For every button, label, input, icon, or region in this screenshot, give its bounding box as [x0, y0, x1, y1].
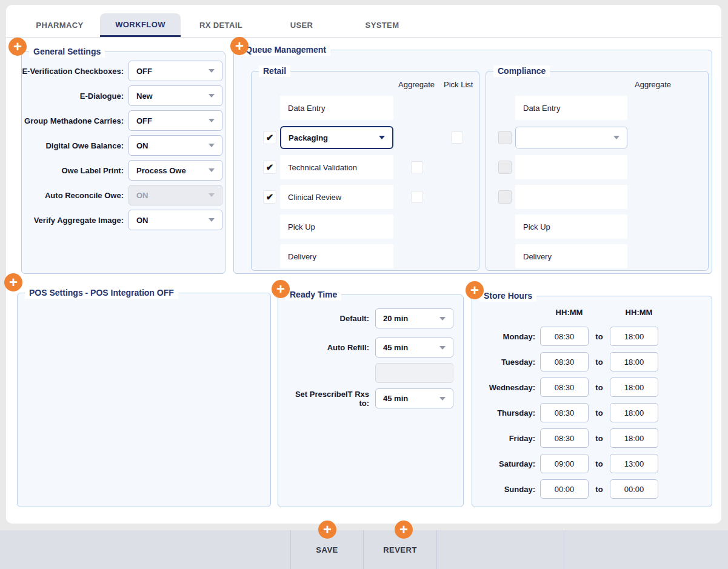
friday-open-input[interactable]	[540, 428, 589, 448]
to-label: to	[589, 408, 610, 418]
default-ready-time-select[interactable]: 20 min	[375, 308, 453, 328]
to-label: to	[589, 358, 610, 367]
prescribeit-ready-time-select[interactable]: 45 min	[375, 388, 453, 408]
store-hours-row-thursday: Thursday: to	[472, 403, 658, 422]
wednesday-label: Wednesday:	[472, 383, 540, 392]
queue-row-pick-up: Pick Up	[486, 215, 708, 239]
to-label: to	[589, 383, 610, 392]
chevron-down-icon	[209, 218, 215, 222]
add-pos-settings-button[interactable]	[4, 273, 22, 291]
digital-owe-balance-label: Digital Owe Balance:	[22, 141, 124, 150]
select-value: 20 min	[383, 314, 408, 323]
friday-close-input[interactable]	[610, 428, 658, 448]
setting-row: Verify Aggregate Image: ON	[22, 210, 225, 230]
queue-stage-box: Delivery	[280, 244, 393, 268]
compliance-queue-section: Compliance Aggregate Data Entry	[486, 71, 709, 271]
clinical-review-aggregate-checkbox[interactable]	[411, 191, 423, 203]
tab-bar: PHARMACY WORKFLOW RX DETAIL USER SYSTEM	[19, 13, 422, 37]
queue-row-data-entry: Data Entry	[486, 96, 708, 120]
verify-aggregate-image-label: Verify Aggregate Image:	[22, 216, 124, 225]
monday-close-input[interactable]	[610, 327, 658, 346]
add-general-settings-button[interactable]	[8, 38, 27, 56]
to-label: to	[589, 332, 610, 341]
save-add-button[interactable]	[318, 521, 336, 539]
chevron-down-icon	[613, 136, 619, 139]
pos-settings-title: POS Settings - POS Integration OFF	[25, 287, 178, 299]
chevron-down-icon	[209, 119, 215, 122]
auto-reconcile-owe-label: Auto Reconcile Owe:	[22, 191, 124, 200]
packaging-enabled-checkbox[interactable]	[263, 131, 276, 144]
saturday-close-input[interactable]	[610, 454, 658, 473]
tuesday-open-input[interactable]	[540, 352, 589, 371]
tab-user[interactable]: USER	[261, 13, 342, 37]
to-label: to	[589, 434, 610, 443]
queue-row-empty-select	[486, 125, 708, 150]
auto-refill-ready-time-select[interactable]: 45 min	[375, 338, 453, 358]
aggregate-column-header: Aggregate	[635, 80, 671, 89]
setting-row: Group Methadone Carries: OFF	[22, 110, 225, 131]
ready-time-section: Ready Time Default: 20 min Auto Refill: …	[278, 294, 464, 507]
auto-reconcile-owe-select: ON	[129, 185, 222, 205]
select-value: ON	[136, 216, 149, 225]
wednesday-close-input[interactable]	[610, 378, 658, 397]
verify-aggregate-image-select[interactable]: ON	[129, 210, 222, 230]
technical-validation-enabled-checkbox[interactable]	[263, 161, 276, 174]
footer-divider	[436, 530, 437, 569]
retail-queue-section: Retail Aggregate Pick List Data Entry Pa…	[251, 71, 479, 271]
tab-pharmacy[interactable]: PHARMACY	[19, 13, 100, 37]
store-hours-row-wednesday: Wednesday: to	[472, 378, 658, 397]
thursday-close-input[interactable]	[610, 403, 658, 422]
queue-row-data-entry: Data Entry	[252, 96, 479, 120]
queue-row-pick-up: Pick Up	[252, 215, 479, 239]
tuesday-close-input[interactable]	[610, 352, 658, 371]
thursday-open-input[interactable]	[540, 403, 589, 422]
footer-bar: SAVE REVERT	[0, 530, 728, 569]
packaging-pick-list-checkbox[interactable]	[451, 131, 463, 144]
compliance-queue-select[interactable]	[515, 127, 627, 148]
compliance-stage-checkbox	[498, 190, 512, 204]
e-dialogue-select[interactable]: New	[129, 85, 222, 106]
packaging-queue-select[interactable]: Packaging	[280, 126, 393, 149]
queue-stage-box	[515, 155, 627, 179]
tab-rx-detail[interactable]: RX DETAIL	[181, 13, 261, 37]
store-hours-row-saturday: Saturday: to	[472, 454, 658, 473]
group-methadone-carries-select[interactable]: OFF	[129, 110, 222, 131]
store-hours-row-tuesday: Tuesday: to	[472, 352, 658, 371]
ready-time-title: Ready Time	[286, 289, 341, 301]
queue-row-empty	[486, 155, 708, 179]
add-queue-management-button[interactable]	[230, 37, 249, 55]
technical-validation-aggregate-checkbox[interactable]	[411, 161, 423, 173]
general-settings-section: General Settings E-Verification Checkbox…	[21, 52, 225, 274]
setting-row: Owe Label Print: Process Owe	[22, 160, 225, 181]
e-verification-checkboxes-select[interactable]: OFF	[129, 61, 222, 81]
add-ready-time-button[interactable]	[272, 280, 290, 298]
ready-time-row: Set PrescribeIT Rxs to: 45 min	[286, 388, 453, 408]
queue-row-empty	[486, 185, 708, 209]
queue-management-section: Queue Management Retail Aggregate Pick L…	[233, 50, 712, 274]
chevron-down-icon	[209, 69, 215, 73]
select-value: ON	[136, 191, 149, 200]
saturday-open-input[interactable]	[540, 454, 589, 473]
owe-label-print-select[interactable]: Process Owe	[129, 160, 222, 181]
tab-system[interactable]: SYSTEM	[342, 13, 422, 37]
queue-stage-box	[515, 185, 627, 209]
revert-add-button[interactable]	[395, 521, 413, 539]
digital-owe-balance-select[interactable]: ON	[129, 135, 222, 156]
queue-stage-box: Pick Up	[280, 215, 393, 239]
queue-row-delivery: Delivery	[486, 244, 708, 268]
ready-time-row	[286, 363, 453, 383]
queue-row-technical-validation: Technical Validation	[252, 155, 479, 179]
add-store-hours-button[interactable]	[466, 281, 484, 299]
aggregate-column-header: Aggregate	[398, 80, 435, 89]
compliance-title: Compliance	[493, 65, 550, 77]
clinical-review-enabled-checkbox[interactable]	[263, 190, 276, 204]
tab-workflow[interactable]: WORKFLOW	[100, 13, 181, 37]
sunday-open-input[interactable]	[540, 479, 589, 499]
sunday-close-input[interactable]	[610, 479, 658, 499]
store-hours-section: Store Hours HH:MM HH:MM Monday: to Tuesd…	[472, 296, 712, 507]
store-hours-row-sunday: Sunday: to	[472, 479, 658, 499]
monday-open-input[interactable]	[540, 327, 589, 346]
queue-stage-box: Data Entry	[280, 96, 393, 120]
wednesday-open-input[interactable]	[540, 378, 589, 397]
store-hours-row-friday: Friday: to	[472, 428, 658, 448]
